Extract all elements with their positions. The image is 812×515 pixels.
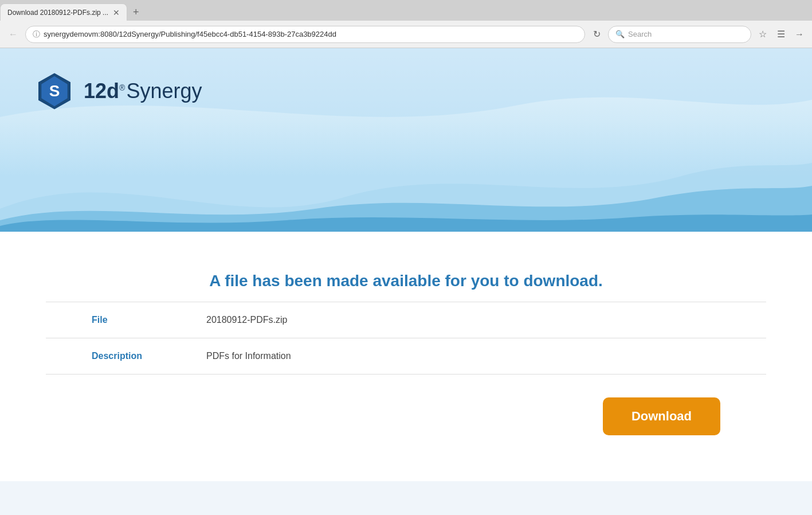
search-icon: 🔍 [615, 30, 625, 38]
info-icon: ⓘ [33, 29, 40, 40]
browser-chrome: Download 20180912-PDFs.zip ... ✕ + ← ⓘ s… [0, 0, 812, 48]
back-button[interactable]: ← [5, 26, 22, 43]
svg-text:S: S [49, 82, 60, 100]
page-headline: A file has been made available for you t… [46, 255, 766, 302]
bookmark-button[interactable]: ☆ [755, 26, 771, 42]
browser-tab[interactable]: Download 20180912-PDFs.zip ... ✕ [0, 3, 127, 21]
tab-title: Download 20180912-PDFs.zip ... [7, 9, 108, 17]
nav-right-button[interactable]: → [791, 26, 807, 42]
download-button[interactable]: Download [603, 397, 720, 435]
brand-super: ® [119, 83, 125, 92]
file-value: 20180912-PDFs.zip [206, 315, 287, 325]
search-placeholder: Search [628, 30, 652, 38]
search-bar[interactable]: 🔍 Search [608, 26, 751, 43]
reload-button[interactable]: ↻ [589, 26, 605, 42]
brand-logo: S [34, 71, 74, 111]
tab-bar: Download 20180912-PDFs.zip ... ✕ + [0, 0, 812, 21]
new-tab-button[interactable]: + [127, 3, 145, 21]
content-area: A file has been made available for you t… [0, 232, 812, 481]
description-label: Description [92, 351, 206, 361]
file-info-row: File 20180912-PDFs.zip [46, 302, 766, 338]
brand-synergy: Synergy [126, 79, 202, 103]
back-icon: ← [9, 29, 18, 40]
tab-close-icon[interactable]: ✕ [113, 8, 120, 17]
download-section: Download [46, 374, 766, 458]
menu-button[interactable]: ☰ [773, 26, 789, 42]
description-value: PDFs for Information [206, 351, 291, 361]
header-banner: S 12d® Synergy [0, 48, 812, 232]
file-label: File [92, 315, 206, 325]
url-bar[interactable]: ⓘ synergydemovm:8080/12dSynergy/Publishi… [25, 26, 585, 43]
nav-actions: ☆ ☰ → [755, 26, 807, 42]
nav-bar: ← ⓘ synergydemovm:8080/12dSynergy/Publis… [0, 21, 812, 48]
page-content: S 12d® Synergy A file has been made avai… [0, 48, 812, 515]
brand-name: 12d® Synergy [84, 79, 202, 103]
brand-twelve: 12d® [84, 79, 125, 103]
url-text: synergydemovm:8080/12dSynergy/Publishing… [44, 30, 578, 38]
description-info-row: Description PDFs for Information [46, 338, 766, 374]
logo-area: S 12d® Synergy [34, 71, 202, 111]
